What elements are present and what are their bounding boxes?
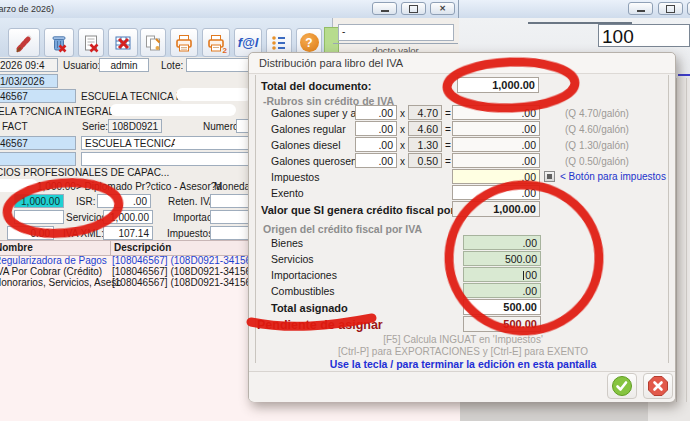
fuel-qty-text: .00 [378,155,393,167]
minimize-icon [381,10,389,12]
total-asignado-field: 500.00 [463,299,541,315]
iva-xml-label: IVA XML: [63,228,104,239]
maximize-icon [666,5,675,13]
fuel-rate-text: 0.50 [418,155,438,167]
whiteout-blob [110,104,236,116]
fuel-result-field: .00 [452,153,540,168]
equals-sign: = [445,124,451,135]
delete-record-button[interactable] [44,28,74,57]
servicios-origen-text: 500.00 [505,253,537,265]
multiply-sign: x [400,140,405,151]
combustibles-text: .00 [522,285,537,297]
monto-text: 1,000.00 [21,196,60,207]
total-doc-field[interactable]: 1,000.00 [457,77,539,93]
table-cell-nombre: Regularizadora de Pagos [0,255,107,266]
codigo-text: 46567 [0,91,28,102]
delete-document-button[interactable] [78,28,104,57]
multiply-sign: x [400,124,405,135]
big-value-field[interactable]: 100 [598,24,690,47]
mid-close-button[interactable]: ✕ [430,2,455,15]
equals-sign: = [445,140,451,151]
equals-sign: = [445,108,451,119]
combustibles-field[interactable]: .00 [463,283,541,298]
table-header-descripcion[interactable]: Descripción [114,242,171,253]
fuel-qty-field[interactable]: .00 [355,137,397,152]
impuestos-label: Impuestos: [167,228,216,239]
table-cell-nombre: Honorarios, Servicios, Asesc [0,277,121,288]
codigo-field[interactable]: 46567 [0,89,76,103]
bienes-field[interactable]: .00 [463,235,541,250]
right-minimize-button[interactable] [628,2,653,15]
accept-button[interactable] [607,373,637,399]
multiply-sign: x [400,108,405,119]
codigo2-field[interactable]: 46567 [0,136,76,150]
monto2-field[interactable] [14,210,64,224]
dialog-titlebar[interactable]: Distribución para libro del IVA [249,53,675,74]
copy-document-button[interactable] [140,28,166,57]
total-doc-label: Total del documento: [261,80,371,92]
importac-label: Importac: [173,212,215,223]
grid-delete-icon [113,33,133,53]
window-title: (marzo de 2026) [0,4,54,14]
fuel-qty-text: .00 [378,123,393,135]
iva-xml-field[interactable]: 107.14 [103,226,153,240]
fuel-row-label: Galones regular [271,123,346,135]
nombre4-field[interactable] [81,152,261,166]
pendiente-label: Pendiente de asignar [257,318,383,332]
hint-slash-key: Use la tecla / para terminar la edición … [249,358,677,370]
exento-amount-field[interactable]: .00 [452,185,540,200]
app-root: (marzo de 2026) ✕ ✕ 2 f@l ? [0,0,690,421]
fuel-result-text: .00 [521,107,536,119]
serie-field[interactable]: 108D0921 [108,119,162,133]
cero-field[interactable]: 0.00 [7,226,54,240]
square-icon [547,174,552,179]
cancel-button[interactable] [643,373,673,399]
impuestos-amount-field[interactable]: .00 [452,169,540,184]
exento-row-label: Exento [271,187,304,199]
isr-label: ISR: [76,196,95,207]
usuario-label: Usuario: [63,60,100,71]
right-side-panel-line [686,78,687,402]
docto-valor-field[interactable]: - [338,24,454,41]
table-header-nombre[interactable]: Nombre [0,242,33,253]
fuel-result-text: .00 [521,139,536,151]
servicios-field[interactable]: 1,000.00 [103,210,153,224]
table-header-divider [110,241,111,255]
fuel-result-field: .00 [452,137,540,152]
close-icon: ✕ [439,4,446,13]
valor-si-field: 1,000.00 [452,201,540,217]
fuel-rate-note: (Q 4.60/galón) [565,124,629,135]
monto-field[interactable]: 1,000.00 [14,194,64,208]
fuel-result-field: .00 [452,105,540,120]
edit-button[interactable] [8,28,40,57]
fuel-qty-field[interactable]: .00 [355,105,397,120]
cross-icon [647,375,669,397]
multiply-sign: x [400,156,405,167]
right-maximize-button[interactable] [658,2,683,15]
servicios-origen-field[interactable]: 500.00 [463,251,541,266]
pendiente-field: 500.00 [463,316,541,332]
fuel-rate-text: 1.30 [418,139,438,151]
mid-minimize-button[interactable] [372,2,397,15]
datetime-field[interactable]: 2026 09:4 [0,58,58,72]
impuestos-amount-text: .00 [521,171,536,183]
print-button[interactable] [170,28,198,57]
dialog-panel-right-border [668,75,669,363]
big-value-text: 100 [602,26,634,48]
mid-maximize-button[interactable] [401,2,426,15]
fecha-field[interactable]: 1/03/2026 [0,74,58,88]
impuestos-popup-button[interactable] [544,171,555,182]
fuel-qty-field[interactable]: .00 [355,153,397,168]
fuel-rate-note: (Q 1.30/galón) [565,140,629,151]
importaciones-field[interactable]: 00 [463,267,541,282]
bienes-text: .00 [522,237,537,249]
isr-field[interactable]: .00 [97,194,151,208]
fuel-result-text: .00 [521,123,536,135]
servicios-text: 1,000.00 [110,212,149,223]
delete-grid-button[interactable] [108,28,138,57]
print-alt-button[interactable]: 2 [202,28,230,57]
fuel-qty-field[interactable]: .00 [355,121,397,136]
codigo3-field[interactable] [0,152,76,166]
equals-sign: = [445,156,451,167]
usuario-field[interactable]: admin [99,58,149,72]
